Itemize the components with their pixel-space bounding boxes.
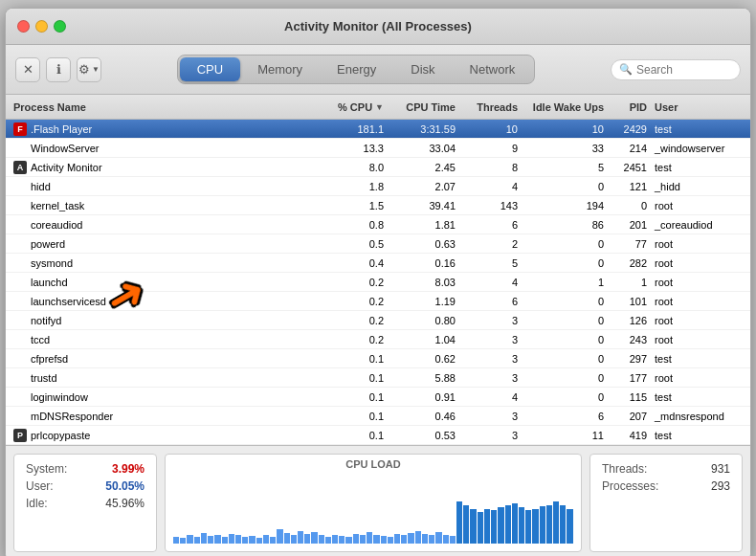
- close-icon[interactable]: ✕: [15, 57, 40, 82]
- table-row[interactable]: A Activity Monitor 8.0 2.45 8 5 2451 tes…: [6, 158, 750, 177]
- cell-user: root: [647, 334, 743, 345]
- cell-cpu: 181.1: [307, 123, 384, 135]
- minimize-button[interactable]: [35, 20, 48, 33]
- cell-pid: 0: [604, 200, 647, 211]
- table-row[interactable]: hidd 1.8 2.07 4 0 121 _hidd: [6, 177, 750, 196]
- cell-user: root: [647, 277, 743, 288]
- cell-pid: 214: [604, 143, 647, 154]
- search-box[interactable]: 🔍: [611, 59, 741, 80]
- cell-idle: 0: [518, 315, 604, 326]
- cell-cputime: 1.04: [384, 334, 456, 345]
- table-row[interactable]: cfprefsd 0.1 0.62 3 0 297 test: [6, 349, 750, 368]
- cell-threads: 4: [456, 181, 518, 192]
- cpu-bar: [201, 533, 207, 544]
- cell-cputime: 0.53: [384, 430, 456, 441]
- cpu-bar: [491, 510, 497, 544]
- cpu-bar: [443, 535, 449, 544]
- table-row[interactable]: F .Flash Player 181.1 3:31.59 10 10 2429…: [6, 120, 750, 139]
- table-row[interactable]: coreaudiod 0.8 1.81 6 86 201 _coreaudiod: [6, 215, 750, 234]
- cell-pid: 419: [604, 430, 647, 441]
- info-icon[interactable]: ℹ: [46, 57, 71, 82]
- col-header-pid[interactable]: PID: [604, 101, 647, 113]
- col-header-cputime[interactable]: CPU Time: [384, 101, 456, 113]
- cell-pid: 243: [604, 334, 647, 345]
- table-row[interactable]: notifyd 0.2 0.80 3 0 126 root: [6, 311, 750, 330]
- cpu-bar: [435, 532, 441, 544]
- table-row[interactable]: launchservicesd 0.2 1.19 6 0 101 root: [6, 292, 750, 311]
- cell-idle: 0: [518, 372, 604, 384]
- table-row[interactable]: P prlcopypaste 0.1 0.53 3 11 419 test: [6, 426, 750, 445]
- col-header-threads[interactable]: Threads: [456, 101, 518, 113]
- sort-arrow-icon: ▼: [375, 102, 384, 112]
- cell-idle: 0: [518, 181, 604, 192]
- table-row[interactable]: tccd 0.2 1.04 3 0 243 root: [6, 330, 750, 349]
- table-row[interactable]: kernel_task 1.5 39.41 143 194 0 root: [6, 196, 750, 215]
- cpu-bar: [388, 537, 393, 544]
- cell-pid: 126: [604, 315, 647, 326]
- cell-idle: 86: [518, 219, 604, 231]
- table-container: F .Flash Player 181.1 3:31.59 10 10 2429…: [6, 120, 750, 445]
- cell-cputime: 2.07: [384, 181, 456, 192]
- cpu-bar: [408, 533, 413, 544]
- cell-process: P prlcopypaste: [13, 429, 307, 442]
- cell-user: test: [647, 353, 743, 365]
- cpu-bar: [540, 506, 545, 544]
- tab-memory[interactable]: Memory: [240, 57, 320, 81]
- gear-icon[interactable]: ⚙ ▼: [77, 57, 101, 82]
- cell-threads: 6: [456, 219, 518, 231]
- table-body: F .Flash Player 181.1 3:31.59 10 10 2429…: [6, 120, 750, 445]
- cell-user: _mdnsrespond: [647, 411, 743, 422]
- search-input[interactable]: [636, 63, 732, 77]
- cpu-bar: [484, 509, 490, 545]
- table-row[interactable]: powerd 0.5 0.63 2 0 77 root: [6, 234, 750, 254]
- tab-disk[interactable]: Disk: [393, 57, 452, 81]
- close-button[interactable]: [17, 20, 30, 33]
- maximize-button[interactable]: [54, 20, 66, 33]
- process-name: mDNSResponder: [31, 411, 113, 422]
- cell-idle: 6: [518, 411, 604, 422]
- app-icon: [13, 142, 27, 155]
- cell-pid: 2429: [604, 123, 647, 135]
- cell-pid: 121: [604, 181, 647, 192]
- cell-cputime: 1.19: [384, 296, 456, 307]
- threads-value: 931: [711, 462, 730, 476]
- cell-cputime: 0.80: [384, 315, 456, 326]
- col-header-cpu[interactable]: % CPU ▼: [307, 101, 384, 113]
- process-name: .Flash Player: [31, 123, 92, 135]
- cell-cputime: 0.46: [384, 411, 456, 422]
- table-row[interactable]: sysmond 0.4 0.16 5 0 282 root: [6, 254, 750, 273]
- cell-idle: 0: [518, 334, 604, 345]
- cell-user: root: [647, 257, 743, 269]
- cell-threads: 5: [456, 257, 518, 269]
- cpu-bar: [373, 535, 379, 544]
- table-row[interactable]: WindowServer 13.3 33.04 9 33 214 _window…: [6, 139, 750, 158]
- cell-threads: 9: [456, 143, 518, 154]
- col-header-process[interactable]: Process Name: [13, 101, 307, 113]
- cpu-bar: [173, 537, 179, 544]
- cell-threads: 8: [456, 162, 518, 173]
- toolbar: ✕ ℹ ⚙ ▼ CPU Memory Energy Disk Network 🔍: [6, 45, 750, 95]
- table-row[interactable]: mDNSResponder 0.1 0.46 3 6 207 _mdnsresp…: [6, 407, 750, 426]
- cpu-bar: [381, 536, 387, 544]
- cell-process: powerd: [13, 237, 307, 251]
- cell-idle: 194: [518, 200, 604, 211]
- cpu-bar: [415, 531, 421, 544]
- cell-process: F .Flash Player: [13, 122, 307, 136]
- cell-user: test: [647, 430, 743, 441]
- cell-pid: 1: [604, 277, 647, 288]
- tab-cpu[interactable]: CPU: [180, 57, 240, 81]
- tab-network[interactable]: Network: [453, 57, 533, 81]
- table-row[interactable]: trustd 0.1 5.88 3 0 177 root: [6, 368, 750, 388]
- cell-cpu: 0.2: [307, 334, 384, 345]
- cpu-bar: [394, 534, 400, 544]
- cpu-bar: [429, 535, 434, 544]
- search-icon: 🔍: [619, 63, 633, 76]
- table-row[interactable]: loginwindow 0.1 0.91 4 0 115 test: [6, 388, 750, 407]
- col-header-idle[interactable]: Idle Wake Ups: [518, 101, 604, 113]
- tab-energy[interactable]: Energy: [320, 57, 393, 81]
- table-row[interactable]: launchd 0.2 8.03 4 1 1 root: [6, 273, 750, 292]
- cpu-bar: [180, 538, 186, 544]
- idle-stat-row: Idle: 45.96%: [26, 497, 145, 510]
- cpu-bar: [263, 535, 269, 544]
- col-header-user[interactable]: User: [647, 101, 743, 113]
